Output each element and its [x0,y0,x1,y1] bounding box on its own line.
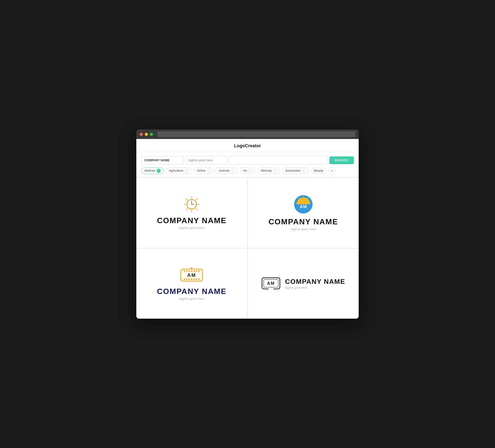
logo4-tagline: tagline goes here [285,286,345,289]
svg-point-37 [198,279,200,280]
search-bar-section: SEARCH [136,152,359,164]
filter-label-abstract: Abstract [144,169,155,172]
svg-point-14 [187,204,188,205]
circle-am-icon: AM [294,195,313,214]
marquee-sign-icon: AM [179,267,204,284]
svg-point-27 [191,270,192,272]
company-name-input[interactable] [141,156,183,164]
filter-next-button[interactable]: → [329,167,335,174]
svg-rect-43 [269,288,273,290]
filter-check-animals: ✓ [231,169,235,173]
filter-check-automotive: ✓ [302,169,306,173]
app-title: LogoCreator [234,143,261,148]
logo-grid: COMPANY NAME tagline goes here [136,177,359,319]
filter-check-agriculture: ✓ [185,169,189,173]
filter-check-attorney: ✓ [273,169,277,173]
logo-card-1[interactable]: COMPANY NAME tagline goes here [136,178,247,248]
filter-check-abstract: ✓ [157,169,161,173]
search-button[interactable]: SEARCH [330,156,354,164]
logo3-company-name: COMPANY NAME [157,287,226,296]
svg-point-32 [186,279,188,280]
filter-label-animals: Animals [219,169,229,172]
svg-point-34 [191,279,192,280]
traffic-light-red[interactable] [140,133,143,136]
svg-point-35 [193,279,195,280]
rect-am-icon: AM [261,277,281,290]
arrow-right-icon: → [330,168,334,173]
svg-point-24 [184,270,185,272]
svg-point-15 [195,204,196,205]
logo-card-4[interactable]: AM COMPANY NAME tagline goes here [248,249,359,319]
browser-titlebar [136,129,359,139]
filter-chip-agriculture[interactable]: Agriculture ✓ [166,168,192,174]
filter-chip-art[interactable]: Art ✓ [240,168,255,174]
svg-text:AM: AM [267,281,275,286]
svg-point-30 [198,270,200,272]
svg-point-28 [193,270,195,272]
svg-point-39 [191,267,193,270]
logo-card-3[interactable]: AM COMPANY NAME tagline goes here [136,249,247,319]
svg-point-36 [196,279,197,280]
filter-section: Abstract ✓ Agriculture ✓ Airline ✓ Anima… [136,164,359,177]
app-header: LogoCreator [136,139,359,152]
tagline-input[interactable] [185,156,226,164]
filter-chip-automotive[interactable]: Automotive ✓ [282,168,309,174]
logo2-tagline: tagline goes here [290,227,316,231]
logo2-company-name: COMPANY NAME [269,217,338,226]
filter-check-airline: ✓ [206,169,210,173]
filter-label-airline: Airline [197,169,206,172]
filter-check-art: ✓ [248,169,252,173]
browser-window: LogoCreator SEARCH Abstract ✓ Agricultur… [136,129,359,319]
svg-line-6 [196,199,197,200]
svg-point-31 [184,279,185,280]
filter-chip-animals[interactable]: Animals ✓ [216,168,238,174]
filter-chip-airline[interactable]: Airline ✓ [194,168,214,174]
svg-point-26 [189,270,190,272]
filter-chip-attorney[interactable]: Attorney ✓ [257,168,280,174]
filter-label-art: Art [243,169,247,172]
svg-point-25 [186,270,188,272]
logo1-tagline: tagline goes here [179,226,205,230]
filter-label-attorney: Attorney [261,169,272,172]
logo1-company-name: COMPANY NAME [157,216,226,225]
filter-chip-abstract[interactable]: Abstract ✓ [141,168,164,174]
address-bar[interactable] [157,131,355,137]
filter-label-agriculture: Agriculture [169,169,183,172]
filter-label-automotive: Automotive [285,169,301,172]
keywords-input[interactable] [228,156,328,164]
svg-line-5 [196,209,197,210]
browser-content: LogoCreator SEARCH Abstract ✓ Agricultur… [136,139,359,319]
traffic-light-green[interactable] [150,133,153,136]
rect-logo-container: AM COMPANY NAME tagline goes here [261,277,345,290]
svg-line-7 [186,209,187,210]
rect-company-text-block: COMPANY NAME tagline goes here [285,278,345,289]
filter-label-beauty: Beauty [314,169,323,172]
svg-point-33 [189,279,190,280]
svg-point-13 [192,208,192,209]
clock-sun-icon [183,196,200,213]
filter-chip-beauty[interactable]: Beauty [311,168,327,174]
svg-text:AM: AM [187,272,196,278]
svg-point-12 [192,200,192,201]
svg-text:AM: AM [300,204,307,209]
logo-card-2[interactable]: AM COMPANY NAME tagline goes here [248,178,359,248]
logo4-company-name: COMPANY NAME [285,278,345,286]
logo3-tagline: tagline goes here [179,297,205,301]
svg-point-29 [196,270,197,272]
svg-line-4 [186,199,187,200]
traffic-light-yellow[interactable] [145,133,148,136]
